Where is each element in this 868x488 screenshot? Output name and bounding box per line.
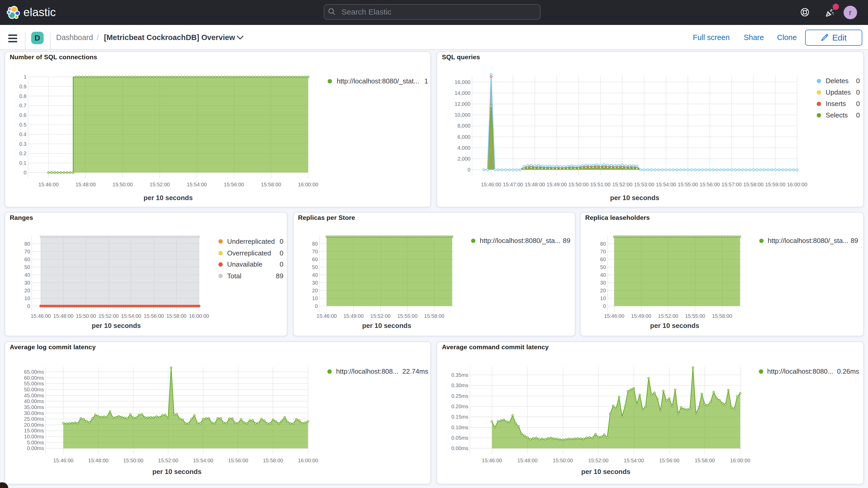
svg-text:0.9: 0.9: [19, 84, 27, 89]
svg-text:0.8: 0.8: [19, 93, 27, 99]
svg-text:15:58:00: 15:58:00: [166, 313, 186, 318]
svg-text:15:51:00: 15:51:00: [590, 182, 611, 187]
svg-text:15:54:00: 15:54:00: [624, 457, 644, 463]
svg-text:15:49:00: 15:49:00: [547, 182, 567, 187]
svg-text:15:52:00: 15:52:00: [370, 313, 390, 318]
svg-text:0.15ms: 0.15ms: [452, 414, 469, 420]
svg-text:15:52:00: 15:52:00: [158, 457, 178, 463]
svg-text:10.00ms: 10.00ms: [24, 434, 44, 439]
svg-text:15:46:00: 15:46:00: [53, 457, 73, 463]
svg-text:14,000: 14,000: [455, 90, 471, 96]
svg-text:10: 10: [24, 295, 30, 301]
svg-text:80: 80: [24, 241, 30, 246]
svg-text:0: 0: [280, 249, 283, 257]
svg-text:15:50:00: 15:50:00: [553, 457, 573, 463]
svg-text:per 10 seconds: per 10 seconds: [650, 322, 699, 329]
svg-text:0.4: 0.4: [19, 131, 27, 137]
svg-text:1: 1: [23, 74, 26, 80]
svg-text:15:54:00: 15:54:00: [187, 182, 207, 187]
svg-text:15:50:00: 15:50:00: [569, 182, 589, 187]
svg-text:15:48:00: 15:48:00: [525, 182, 545, 187]
svg-text:Overreplicated: Overreplicated: [227, 249, 271, 257]
svg-text:10,000: 10,000: [455, 112, 471, 118]
svg-text:15:55:00: 15:55:00: [685, 313, 705, 318]
svg-text:8,000: 8,000: [458, 123, 471, 129]
svg-text:15:49:00: 15:49:00: [343, 313, 364, 318]
svg-text:1: 1: [424, 77, 428, 85]
svg-text:0: 0: [856, 77, 860, 85]
svg-text:15:58:00: 15:58:00: [261, 182, 281, 187]
svg-text:50: 50: [24, 264, 30, 270]
svg-text:15:48:00: 15:48:00: [518, 457, 538, 463]
svg-text:15:56:00: 15:56:00: [224, 182, 244, 187]
svg-text:15:50:00: 15:50:00: [76, 313, 96, 318]
svg-text:Total: Total: [227, 272, 241, 280]
svg-text:0.00ms: 0.00ms: [452, 446, 469, 451]
svg-text:Underreplicated: Underreplicated: [227, 237, 275, 245]
svg-text:0: 0: [280, 237, 283, 245]
svg-text:0.1: 0.1: [19, 160, 27, 166]
svg-text:0.2: 0.2: [19, 150, 27, 156]
svg-text:40: 40: [24, 272, 30, 277]
svg-text:2,000: 2,000: [458, 156, 471, 162]
svg-text:60.00ms: 60.00ms: [24, 375, 44, 380]
svg-text:15:46:00: 15:46:00: [38, 182, 59, 187]
svg-text:89: 89: [276, 272, 283, 280]
svg-text:15:53:00: 15:53:00: [634, 182, 654, 187]
svg-text:per 10 seconds: per 10 seconds: [362, 322, 411, 329]
svg-text:20.00ms: 20.00ms: [24, 422, 44, 427]
svg-text:0.26ms: 0.26ms: [837, 367, 859, 375]
svg-text:0: 0: [856, 100, 860, 108]
svg-text:0.20ms: 0.20ms: [452, 403, 469, 409]
svg-text:15:46:00: 15:46:00: [31, 313, 51, 318]
svg-text:per 10 seconds: per 10 seconds: [91, 322, 141, 329]
svg-text:15:58:00: 15:58:00: [712, 313, 732, 318]
svg-text:15:48:00: 15:48:00: [88, 457, 108, 463]
svg-text:15:58:00: 15:58:00: [695, 457, 715, 463]
svg-text:15:56:00: 15:56:00: [228, 457, 248, 463]
svg-text:Unavailable: Unavailable: [227, 261, 262, 268]
svg-text:55.00ms: 55.00ms: [24, 381, 44, 387]
svg-text:16:00:00: 16:00:00: [730, 457, 750, 463]
svg-text:20: 20: [600, 287, 606, 293]
svg-text:0.3: 0.3: [19, 141, 27, 147]
svg-text:80: 80: [312, 241, 317, 246]
svg-text:15:52:00: 15:52:00: [98, 313, 119, 318]
svg-text:16:00:00: 16:00:00: [298, 457, 318, 463]
svg-text:per 10 seconds: per 10 seconds: [144, 194, 193, 202]
svg-text:15:50:00: 15:50:00: [123, 457, 144, 463]
svg-text:20: 20: [24, 287, 30, 293]
svg-text:0: 0: [856, 88, 860, 96]
svg-text:0.10ms: 0.10ms: [452, 424, 469, 430]
svg-text:per 10 seconds: per 10 seconds: [610, 194, 659, 202]
svg-text:15:58:00: 15:58:00: [424, 313, 444, 318]
svg-text:http://localhost:8080/_sta...: http://localhost:8080/_sta...: [479, 237, 560, 245]
svg-text:30: 30: [24, 280, 30, 285]
svg-text:0: 0: [23, 170, 26, 175]
svg-text:per 10 seconds: per 10 seconds: [581, 468, 630, 476]
svg-text:15:55:00: 15:55:00: [397, 313, 417, 318]
svg-text:60: 60: [24, 256, 30, 262]
svg-text:15:56:00: 15:56:00: [659, 457, 680, 463]
svg-text:10: 10: [600, 295, 606, 301]
svg-text:16,000: 16,000: [455, 79, 471, 85]
svg-text:6,000: 6,000: [458, 134, 471, 140]
svg-text:15:58:00: 15:58:00: [744, 182, 764, 187]
svg-text:10: 10: [312, 295, 317, 301]
svg-text:30: 30: [600, 280, 606, 285]
svg-text:http://localhost:8080...: http://localhost:8080...: [768, 367, 833, 375]
svg-text:16:00:00: 16:00:00: [298, 182, 318, 187]
svg-text:15:54:00: 15:54:00: [656, 182, 676, 187]
svg-text:20: 20: [312, 287, 317, 293]
svg-text:Selects: Selects: [826, 111, 848, 119]
svg-text:0.00ms: 0.00ms: [27, 446, 44, 451]
svg-text:16:00:00: 16:00:00: [787, 182, 807, 187]
svg-text:5.00ms: 5.00ms: [27, 439, 44, 445]
svg-text:30: 30: [312, 280, 317, 285]
svg-text:65.00ms: 65.00ms: [24, 369, 44, 375]
svg-text:60: 60: [600, 256, 606, 262]
svg-text:89: 89: [850, 237, 858, 245]
svg-text:0.25ms: 0.25ms: [452, 393, 469, 399]
svg-text:15:47:00: 15:47:00: [503, 182, 523, 187]
svg-text:15:46:00: 15:46:00: [604, 313, 624, 318]
